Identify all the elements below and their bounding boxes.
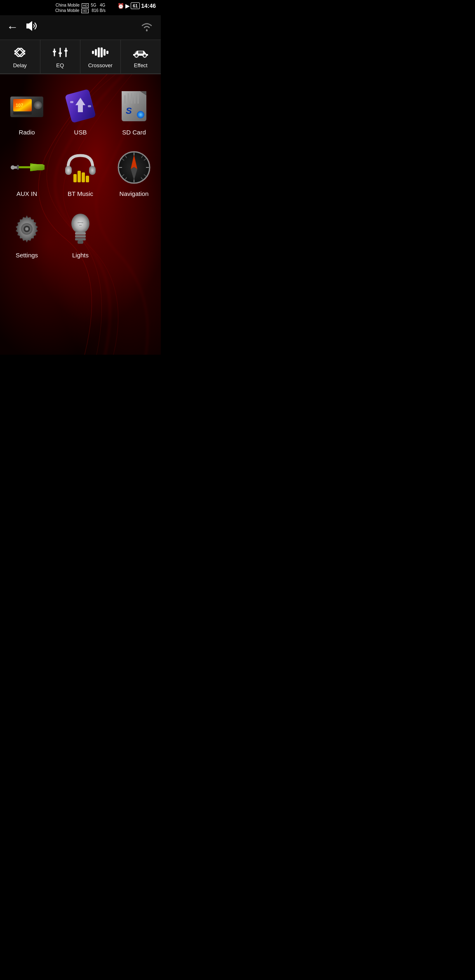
status-right: ⏰ ▶ 61 14:46 — [118, 2, 156, 9]
battery-level: 61 — [131, 2, 140, 9]
sdcard-icon: S — [115, 87, 153, 125]
svg-rect-42 — [78, 171, 81, 182]
main-content: 107 Radio — [0, 74, 161, 355]
tab-crossover[interactable]: Crossover — [80, 40, 121, 73]
settings-label: Settings — [16, 252, 38, 259]
tab-delay-label: Delay — [13, 62, 27, 68]
back-button[interactable]: ← — [7, 21, 18, 34]
alarm-icon: ⏰ — [118, 3, 124, 9]
nav-icon — [115, 149, 153, 186]
usb-label: USB — [74, 129, 87, 136]
svg-marker-0 — [26, 21, 32, 31]
effect-icon — [132, 45, 150, 60]
header: ← — [0, 15, 161, 40]
svg-rect-67 — [75, 235, 86, 238]
tab-delay[interactable]: Delay — [0, 40, 40, 73]
audio-icon — [25, 20, 38, 35]
aux-icon — [8, 149, 45, 186]
lights-label: Lights — [72, 252, 89, 259]
svg-rect-9 — [95, 49, 97, 56]
svg-rect-11 — [101, 47, 103, 57]
svg-rect-44 — [86, 176, 89, 182]
svg-rect-10 — [98, 47, 100, 57]
lights-icon — [62, 210, 99, 247]
app-settings[interactable]: Settings — [3, 207, 50, 262]
svg-rect-39 — [65, 166, 72, 175]
svg-rect-41 — [73, 174, 77, 182]
app-radio[interactable]: 107 Radio — [3, 84, 50, 139]
svg-rect-66 — [75, 232, 86, 235]
svg-rect-38 — [30, 164, 45, 170]
usb-icon — [62, 87, 99, 125]
svg-rect-16 — [138, 51, 143, 54]
svg-rect-25 — [88, 105, 91, 107]
svg-rect-3 — [53, 51, 56, 52]
crossover-icon — [91, 45, 109, 60]
hd-badge-2: HD — [81, 9, 89, 13]
svg-point-33 — [137, 111, 144, 118]
btmusic-label: BT Music — [68, 190, 93, 197]
status-bar: China Mobile HD 5G 4G China Mobile HD 81… — [0, 0, 161, 15]
svg-point-15 — [143, 54, 146, 57]
radio-label: Radio — [19, 129, 35, 136]
eq-icon — [52, 45, 68, 60]
sdcard-label: SD Card — [122, 129, 146, 136]
bluetooth-icon: ▶ — [125, 3, 129, 9]
app-sdcard[interactable]: S SD Card — [111, 84, 158, 139]
delay-icon — [12, 45, 28, 60]
tab-bar: Delay EQ Crossover — [0, 40, 161, 74]
carrier-info: China Mobile HD 5G 4G China Mobile HD 81… — [55, 2, 106, 14]
app-usb[interactable]: USB — [57, 84, 104, 139]
svg-point-63 — [71, 214, 89, 233]
hd-badge-1: HD — [82, 3, 89, 8]
app-lights[interactable]: Lights — [57, 207, 104, 262]
svg-point-1 — [146, 30, 148, 31]
radio-icon: 107 — [8, 87, 45, 125]
svg-rect-13 — [106, 51, 108, 54]
svg-rect-21 — [13, 112, 32, 115]
app-auxin[interactable]: AUX IN — [3, 146, 50, 200]
tab-crossover-label: Crossover — [88, 62, 113, 68]
svg-point-20 — [34, 101, 42, 109]
app-btmusic[interactable]: BT Music — [57, 146, 104, 200]
tab-effect[interactable]: Effect — [121, 40, 161, 73]
app-navigation[interactable]: Navigation — [111, 146, 158, 200]
svg-rect-5 — [59, 52, 62, 54]
svg-rect-12 — [103, 49, 106, 56]
svg-rect-8 — [92, 51, 94, 54]
carrier-2: China Mobile HD 816 B/s — [55, 8, 106, 13]
svg-rect-24 — [70, 101, 73, 103]
tab-eq[interactable]: EQ — [40, 40, 81, 73]
btmusic-icon — [62, 149, 99, 186]
svg-point-14 — [135, 54, 138, 57]
tab-effect-label: Effect — [134, 62, 148, 68]
svg-rect-68 — [75, 238, 86, 240]
tab-eq-label: EQ — [56, 62, 64, 68]
wifi-icon — [139, 21, 154, 34]
clock: 14:46 — [141, 2, 156, 9]
carrier-1: China Mobile HD 5G 4G — [56, 2, 106, 8]
svg-point-62 — [25, 227, 28, 231]
svg-rect-43 — [82, 172, 85, 182]
svg-rect-69 — [78, 240, 83, 244]
app-grid-row1: 107 Radio — [0, 74, 161, 262]
auxin-label: AUX IN — [16, 190, 37, 197]
navigation-label: Navigation — [120, 190, 149, 197]
svg-rect-40 — [89, 166, 96, 175]
svg-rect-7 — [64, 50, 68, 52]
svg-rect-37 — [19, 166, 31, 168]
svg-text:S: S — [126, 106, 132, 116]
settings-icon — [8, 210, 45, 247]
svg-text:107: 107 — [16, 103, 23, 108]
